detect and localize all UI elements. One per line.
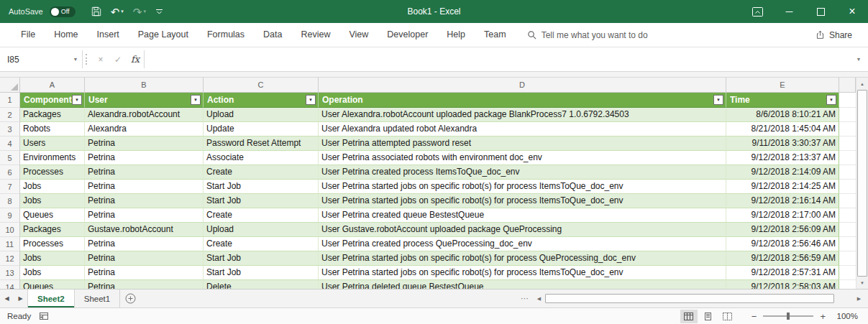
- cell-operation[interactable]: User Petrina started jobs on specific ro…: [319, 194, 726, 208]
- row-number[interactable]: 7: [0, 180, 20, 194]
- zoom-slider[interactable]: [763, 315, 813, 317]
- cell-user[interactable]: Alexandra.robotAccount: [85, 108, 204, 122]
- scroll-down-arrow-icon[interactable]: ▼: [856, 277, 868, 289]
- page-break-preview-button[interactable]: [719, 310, 736, 323]
- cell-operation[interactable]: User Petrina started jobs on specific ro…: [319, 266, 726, 280]
- cell-action[interactable]: Start Job: [204, 266, 319, 280]
- cell-action[interactable]: Associate: [204, 151, 319, 165]
- header-operation[interactable]: Operation ▼: [319, 93, 726, 108]
- cell-operation[interactable]: User Petrina created queue BestestQueue: [319, 208, 726, 223]
- cell-user[interactable]: Petrina: [85, 180, 204, 194]
- share-button[interactable]: Share: [816, 30, 852, 40]
- cell-empty[interactable]: [839, 180, 856, 194]
- cell-user[interactable]: Petrina: [85, 237, 204, 251]
- row-number[interactable]: 12: [0, 251, 20, 266]
- cell-operation[interactable]: User Petrina started jobs on specific ro…: [319, 251, 726, 266]
- cell-operation[interactable]: User Gustave.robotAccount uploaded packa…: [319, 223, 726, 237]
- cell-operation[interactable]: User Petrina deleted queue BestestQueue: [319, 280, 726, 289]
- tab-help[interactable]: Help: [437, 23, 475, 47]
- sheet-nav-right-icon[interactable]: ▶: [14, 290, 27, 307]
- row-number[interactable]: 10: [0, 223, 20, 237]
- cell-time[interactable]: 9/12/2018 2:56:46 AM: [726, 237, 839, 251]
- cell-empty[interactable]: [839, 266, 856, 280]
- tab-insert[interactable]: Insert: [88, 23, 129, 47]
- tab-page-layout[interactable]: Page Layout: [129, 23, 198, 47]
- cell-component[interactable]: Jobs: [20, 266, 85, 280]
- cell-component[interactable]: Jobs: [20, 194, 85, 208]
- cell-empty[interactable]: [839, 108, 856, 122]
- cell-empty[interactable]: [839, 165, 856, 180]
- tab-splitter-icon[interactable]: ⋯: [516, 290, 533, 307]
- row-number[interactable]: 13: [0, 266, 20, 280]
- filter-dropdown-icon[interactable]: ▼: [72, 95, 82, 105]
- cell-user[interactable]: Petrina: [85, 194, 204, 208]
- cell-empty[interactable]: [839, 280, 856, 289]
- autosave-toggle[interactable]: Off: [50, 6, 76, 17]
- tab-developer[interactable]: Developer: [378, 23, 437, 47]
- cell-user[interactable]: Alexandra: [85, 122, 204, 136]
- cell-time[interactable]: 9/12/2018 2:16:14 AM: [726, 194, 839, 208]
- zoom-out-button[interactable]: −: [751, 311, 757, 322]
- cell-user[interactable]: Petrina: [85, 208, 204, 223]
- cell-operation[interactable]: User Petrina attempted password reset: [319, 136, 726, 151]
- header-action[interactable]: Action ▼: [204, 93, 319, 108]
- row-number[interactable]: 3: [0, 122, 20, 136]
- row-number[interactable]: 4: [0, 136, 20, 151]
- tab-data[interactable]: Data: [254, 23, 291, 47]
- cell-operation[interactable]: User Alexandra updated robot Alexandra: [319, 122, 726, 136]
- cell-time[interactable]: 9/12/2018 2:56:59 AM: [726, 251, 839, 266]
- cell-empty[interactable]: [839, 208, 856, 223]
- macro-record-button[interactable]: [40, 313, 48, 320]
- tab-review[interactable]: Review: [291, 23, 339, 47]
- undo-button[interactable]: ↶▾: [111, 6, 124, 17]
- tab-view[interactable]: View: [339, 23, 378, 47]
- cell-empty[interactable]: [839, 151, 856, 165]
- cell-action[interactable]: Create: [204, 237, 319, 251]
- scroll-up-arrow-icon[interactable]: ▲: [856, 78, 868, 90]
- cell-operation[interactable]: User Petrina created process QueProcessi…: [319, 237, 726, 251]
- row-number[interactable]: 9: [0, 208, 20, 223]
- cell-operation[interactable]: User Petrina associated robots with envi…: [319, 151, 726, 165]
- row-number[interactable]: 11: [0, 237, 20, 251]
- undo-dropdown-icon[interactable]: ▾: [121, 9, 124, 14]
- cell-component[interactable]: Jobs: [20, 251, 85, 266]
- select-all-button[interactable]: [0, 78, 20, 93]
- filter-dropdown-icon[interactable]: ▼: [191, 95, 201, 105]
- horizontal-scrollbar-thumb[interactable]: [545, 294, 834, 303]
- cell-user[interactable]: Petrina: [85, 251, 204, 266]
- filter-dropdown-icon[interactable]: ▼: [306, 95, 316, 105]
- cell-user[interactable]: Petrina: [85, 136, 204, 151]
- normal-view-button[interactable]: [680, 310, 698, 323]
- header-user[interactable]: User ▼: [85, 93, 204, 108]
- vertical-scrollbar[interactable]: ▲ ▼: [856, 78, 868, 289]
- cell-operation[interactable]: User Petrina started jobs on specific ro…: [319, 180, 726, 194]
- cell-action[interactable]: Upload: [204, 223, 319, 237]
- cell-component[interactable]: Jobs: [20, 180, 85, 194]
- row-number[interactable]: 6: [0, 165, 20, 180]
- cell-time[interactable]: 9/12/2018 2:14:25 AM: [726, 180, 839, 194]
- cell-component[interactable]: Queues: [20, 280, 85, 289]
- column-header-c[interactable]: C: [204, 78, 319, 93]
- name-box[interactable]: I85: [0, 47, 69, 71]
- row-number[interactable]: 14: [0, 280, 20, 289]
- cell-empty[interactable]: [839, 237, 856, 251]
- cell-action[interactable]: Create: [204, 208, 319, 223]
- cell-operation[interactable]: User Alexandra.robotAccount uploaded pac…: [319, 108, 726, 122]
- sheet-tab-sheet1[interactable]: Sheet1: [75, 290, 120, 307]
- formula-bar-expand-icon[interactable]: ▼: [849, 47, 868, 71]
- column-header-e[interactable]: E: [726, 78, 839, 93]
- cancel-entry-button[interactable]: ×: [92, 47, 109, 71]
- column-header-a[interactable]: A: [20, 78, 85, 93]
- cell-empty[interactable]: [839, 122, 856, 136]
- filter-dropdown-icon[interactable]: ▼: [826, 95, 836, 105]
- name-box-dropdown-icon[interactable]: ▼: [69, 47, 82, 71]
- horizontal-scrollbar-track[interactable]: [545, 294, 853, 303]
- cell-user[interactable]: Petrina: [85, 280, 204, 289]
- header-component[interactable]: Component ▼: [20, 93, 85, 108]
- cell-time[interactable]: 9/12/2018 2:13:37 AM: [726, 151, 839, 165]
- column-header-b[interactable]: B: [85, 78, 204, 93]
- minimize-button[interactable]: [773, 0, 805, 23]
- cell-time[interactable]: 9/12/2018 2:57:31 AM: [726, 266, 839, 280]
- row-number[interactable]: 2: [0, 108, 20, 122]
- vertical-scrollbar-thumb[interactable]: [857, 90, 867, 277]
